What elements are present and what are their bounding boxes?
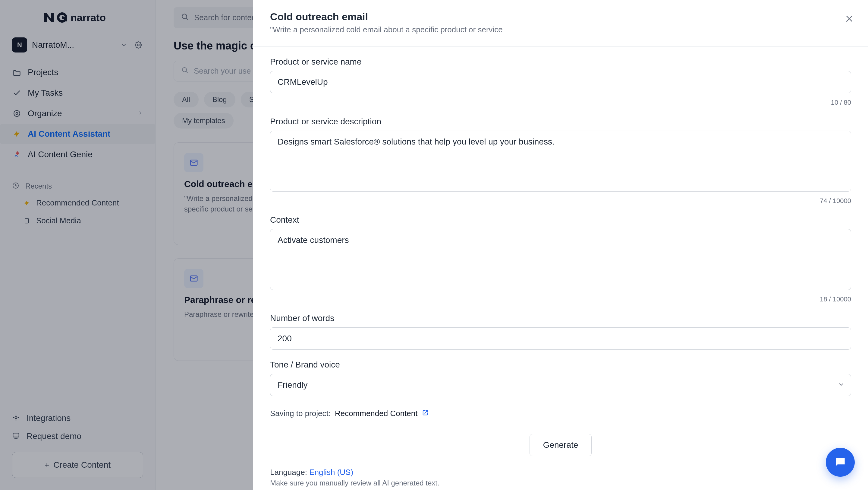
modal-subtitle: "Write a personalized cold email about a… <box>270 25 503 34</box>
input-product-name[interactable] <box>270 71 851 93</box>
generate-row: Generate <box>270 428 851 456</box>
saving-project-name: Recommended Content <box>335 409 418 418</box>
input-words[interactable] <box>270 327 851 350</box>
field-words: Number of words <box>270 314 851 350</box>
count-product-desc: 74 / 10000 <box>820 197 851 205</box>
modal-panel: Cold outreach email "Write a personalize… <box>253 0 868 490</box>
field-product-desc: Product or service description 74 / 1000… <box>270 117 851 205</box>
field-tone: Tone / Brand voice <box>270 360 851 396</box>
label-words: Number of words <box>270 314 851 323</box>
count-context: 18 / 10000 <box>820 295 851 303</box>
language-link[interactable]: English (US) <box>309 468 353 477</box>
language-label: Language: <box>270 468 307 477</box>
textarea-context[interactable] <box>270 229 851 290</box>
count-product-name: 10 / 80 <box>831 99 851 107</box>
label-tone: Tone / Brand voice <box>270 360 851 370</box>
help-chat-button[interactable] <box>826 448 855 477</box>
modal-overlay[interactable]: Cold outreach email "Write a personalize… <box>0 0 868 490</box>
saving-project-label: Saving to project: <box>270 409 331 418</box>
field-product-name: Product or service name 10 / 80 <box>270 57 851 107</box>
language-row: Language: English (US) Make sure you man… <box>270 466 851 487</box>
external-link-icon[interactable] <box>422 409 429 418</box>
field-context: Context 18 / 10000 <box>270 215 851 303</box>
modal-title: Cold outreach email <box>270 11 503 23</box>
textarea-product-desc[interactable] <box>270 131 851 192</box>
close-icon[interactable] <box>843 12 856 25</box>
label-product-name: Product or service name <box>270 57 851 67</box>
review-note: Make sure you manually review all AI gen… <box>270 479 851 487</box>
modal-header: Cold outreach email "Write a personalize… <box>253 0 868 40</box>
generate-button[interactable]: Generate <box>530 434 592 456</box>
label-context: Context <box>270 215 851 225</box>
modal-form: Product or service name 10 / 80 Product … <box>253 47 868 490</box>
label-product-desc: Product or service description <box>270 117 851 126</box>
saving-project-row: Saving to project: Recommended Content <box>270 406 851 418</box>
select-tone[interactable] <box>270 374 851 396</box>
